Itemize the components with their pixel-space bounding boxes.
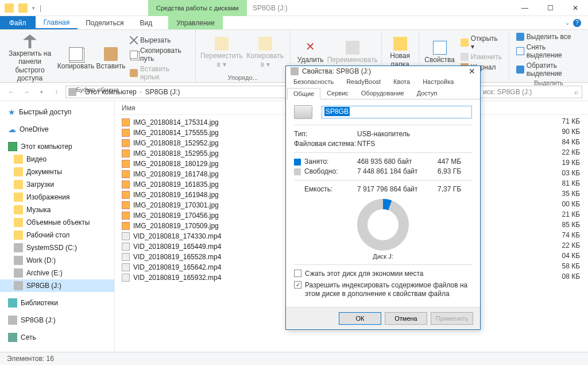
dialog-close-button[interactable]: ✕ xyxy=(469,67,475,76)
nav-3d-objects[interactable]: Объемные объекты xyxy=(0,216,114,229)
breadcrumb-root[interactable]: Этот компьютер xyxy=(85,88,137,96)
nav-work[interactable]: Work (D:) xyxy=(0,254,114,267)
copy-path-icon xyxy=(130,51,138,59)
nav-music[interactable]: Музыка xyxy=(0,203,114,216)
dialog-title: Свойства: SP8GB (J:) xyxy=(302,67,371,75)
image-icon xyxy=(122,118,130,126)
nav-libraries[interactable]: Библиотеки xyxy=(0,297,114,309)
cut-button[interactable]: Вырезать xyxy=(127,36,191,45)
file-name: IMG_20180818_180129.jpg xyxy=(133,160,219,168)
filesystem-label: Файловая система: xyxy=(294,140,357,148)
open-button[interactable]: Открыть ▾ xyxy=(458,34,504,51)
copy-button[interactable]: Копировать xyxy=(57,32,94,85)
maximize-button[interactable]: ☐ xyxy=(537,0,563,16)
tab-manage[interactable]: Управление xyxy=(168,16,223,29)
tab-share[interactable]: Поделиться xyxy=(78,16,131,29)
tab-sharing[interactable]: Доступ xyxy=(411,87,444,99)
nav-archive[interactable]: Archive (E:) xyxy=(0,267,114,279)
search-input[interactable]: иск: SP8GB (J:) ⌕ xyxy=(479,86,582,98)
nav-quick-access[interactable]: ★Быстрый доступ xyxy=(0,106,114,118)
select-none-button[interactable]: Снять выделение xyxy=(514,43,583,60)
file-size: 22 КБ xyxy=(562,148,582,159)
status-bar: Элементов: 16 xyxy=(0,352,588,365)
used-color-icon xyxy=(294,159,301,166)
drive-icon xyxy=(68,88,76,96)
up-button[interactable]: ↑ xyxy=(51,86,62,98)
edit-button[interactable]: Изменить xyxy=(458,52,504,62)
help-icon[interactable]: ? xyxy=(573,19,581,27)
paste-icon xyxy=(104,47,118,61)
nav-videos[interactable]: Видео xyxy=(0,153,114,166)
file-name: IMG_20180819_170456.jpg xyxy=(133,212,219,220)
compress-checkbox-row[interactable]: Сжать этот диск для экономии места xyxy=(294,270,472,279)
select-all-button[interactable]: Выделить все xyxy=(514,32,583,41)
image-icon xyxy=(122,160,130,168)
drive-name-input[interactable]: SP8GB xyxy=(322,106,472,118)
forward-button[interactable]: → xyxy=(21,86,32,98)
chevron-icon[interactable]: ⌄ xyxy=(565,20,570,26)
image-icon xyxy=(122,139,130,147)
copy-to-button[interactable]: Копировать в ▾ xyxy=(245,32,285,73)
qat-folder-icon[interactable] xyxy=(18,3,28,13)
tab-customize[interactable]: Настройка xyxy=(416,76,460,87)
cut-icon xyxy=(130,36,138,44)
tab-tools[interactable]: Сервис xyxy=(320,87,355,99)
folder-icon xyxy=(14,167,23,176)
qat-dropdown-icon[interactable]: ▾ xyxy=(32,5,35,11)
tab-general[interactable]: Общие xyxy=(287,88,320,99)
image-icon xyxy=(122,149,130,157)
file-name: VID_20180819_165642.mp4 xyxy=(133,263,221,271)
file-name: VID_20180818_174330.mp4 xyxy=(133,232,221,240)
pie-label: Диск J: xyxy=(294,253,472,260)
nav-pictures[interactable]: Изображения xyxy=(0,191,114,203)
nav-this-pc[interactable]: Этот компьютер xyxy=(0,140,114,153)
tab-view[interactable]: Вид xyxy=(131,16,160,29)
nav-systemssd[interactable]: SystemSSD (C:) xyxy=(0,241,114,254)
tab-security[interactable]: Безопасность xyxy=(287,76,340,87)
file-size: 08 КБ xyxy=(562,272,582,283)
type-value: USB-накопитель xyxy=(357,130,472,138)
image-icon xyxy=(122,222,130,230)
index-checkbox[interactable]: ✓ xyxy=(294,281,301,289)
tab-file[interactable]: Файл xyxy=(0,16,36,29)
disk-icon xyxy=(14,243,23,252)
folder-icon xyxy=(14,155,23,164)
nav-sp8gb[interactable]: SP8GB (J:) xyxy=(0,279,114,292)
file-name: IMG_20180819_170509.jpg xyxy=(133,222,219,230)
nav-onedrive[interactable]: ☁OneDrive xyxy=(0,123,114,136)
minimize-button[interactable]: — xyxy=(512,0,537,16)
compress-checkbox[interactable] xyxy=(294,270,301,277)
close-button[interactable]: ✕ xyxy=(563,0,588,16)
cancel-button[interactable]: Отмена xyxy=(385,312,427,325)
breadcrumb-current[interactable]: SP8GB (J:) xyxy=(145,88,180,96)
cloud-icon: ☁ xyxy=(8,125,16,134)
ribbon-help[interactable]: ⌄ ? xyxy=(558,16,588,29)
file-size: 35 КБ xyxy=(562,190,582,200)
image-icon xyxy=(122,212,130,220)
tab-quota[interactable]: Квота xyxy=(387,76,416,87)
pin-button[interactable]: Закрепить на панели быстрого доступа xyxy=(5,32,55,85)
tab-home[interactable]: Главная xyxy=(36,16,78,29)
disk-icon xyxy=(14,268,23,278)
paste-button[interactable]: Вставить xyxy=(96,32,125,85)
file-name: VID_20180819_165528.mp4 xyxy=(133,253,221,261)
index-checkbox-row[interactable]: ✓Разрешить индексировать содержимое файл… xyxy=(294,281,472,299)
tab-readyboost[interactable]: ReadyBoost xyxy=(340,76,387,87)
apply-button[interactable]: Применить xyxy=(431,312,473,325)
filesystem-value: NTFS xyxy=(357,140,472,148)
recent-dropdown[interactable]: ▾ xyxy=(36,86,47,98)
ok-button[interactable]: ОК xyxy=(339,312,381,325)
move-to-button[interactable]: Переместить в ▾ xyxy=(200,32,243,73)
nav-downloads[interactable]: Загрузки xyxy=(0,178,114,191)
rename-icon xyxy=(346,41,359,55)
back-button[interactable]: ← xyxy=(6,86,17,98)
paste-shortcut-button[interactable]: Вставить ярлык xyxy=(127,64,191,82)
nav-sp8gb-2[interactable]: SP8GB (J:) xyxy=(0,314,114,326)
copy-path-button[interactable]: Скопировать путь xyxy=(127,46,191,63)
nav-network[interactable]: Сеть xyxy=(0,331,114,344)
nav-desktop[interactable]: Рабочий стол xyxy=(0,229,114,241)
capacity-human: 7,37 ГБ xyxy=(438,185,472,193)
nav-documents[interactable]: Документы xyxy=(0,166,114,178)
tab-hardware[interactable]: Оборудование xyxy=(355,87,411,99)
invert-selection-button[interactable]: Обратить выделение xyxy=(514,61,583,78)
